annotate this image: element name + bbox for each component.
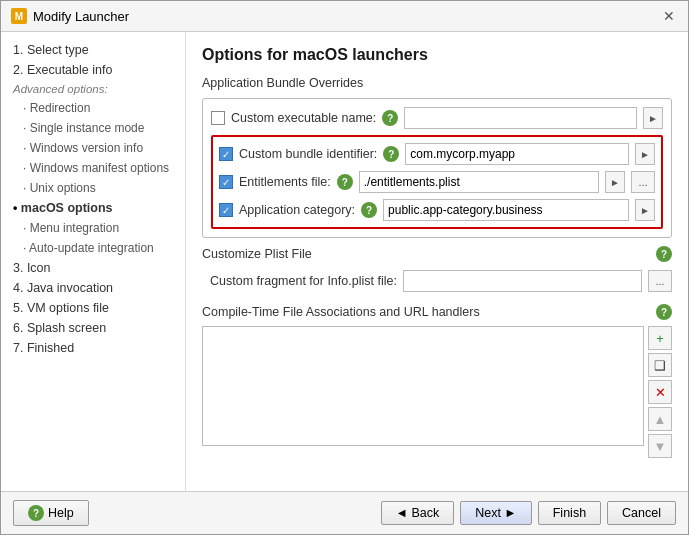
custom-bundle-checkbox[interactable]: ✓ xyxy=(219,147,233,161)
move-down-button[interactable]: ▼ xyxy=(648,434,672,458)
main-content: Options for macOS launchers Application … xyxy=(186,32,688,491)
footer-right: ◄ Back Next ► Finish Cancel xyxy=(381,501,676,525)
app-category-help[interactable]: ? xyxy=(361,202,377,218)
title-bar: M Modify Launcher ✕ xyxy=(1,1,688,32)
custom-bundle-row: ✓ Custom bundle identifier: ? ► xyxy=(219,143,655,165)
compile-section-title: Compile-Time File Associations and URL h… xyxy=(202,305,480,319)
next-button-label: Next ► xyxy=(475,506,517,520)
plist-help[interactable]: ? xyxy=(656,246,672,262)
app-category-arrow[interactable]: ► xyxy=(635,199,655,221)
compile-help[interactable]: ? xyxy=(656,304,672,320)
dialog-icon: M xyxy=(11,8,27,24)
back-button-label: ◄ Back xyxy=(396,506,440,520)
custom-fragment-browse[interactable]: ... xyxy=(648,270,672,292)
custom-executable-checkbox[interactable] xyxy=(211,111,225,125)
sidebar-item-finished[interactable]: 7. Finished xyxy=(1,338,185,358)
sidebar-item-java-invocation[interactable]: 4. Java invocation xyxy=(1,278,185,298)
compile-area: + ❑ ✕ ▲ ▼ xyxy=(202,326,672,458)
app-bundle-section-title: Application Bundle Overrides xyxy=(202,76,672,90)
next-button[interactable]: Next ► xyxy=(460,501,532,525)
footer: ? Help ◄ Back Next ► Finish Cancel xyxy=(1,491,688,534)
plist-title-row: Customize Plist File ? xyxy=(202,246,672,262)
custom-executable-row: Custom executable name: ? ► xyxy=(211,107,663,129)
sidebar: 1. Select type 2. Executable info Advanc… xyxy=(1,32,186,491)
custom-bundle-input[interactable] xyxy=(405,143,629,165)
custom-executable-label: Custom executable name: xyxy=(231,111,376,125)
compile-title-row: Compile-Time File Associations and URL h… xyxy=(202,304,672,320)
app-category-input[interactable] xyxy=(383,199,629,221)
side-buttons: + ❑ ✕ ▲ ▼ xyxy=(648,326,672,458)
footer-left: ? Help xyxy=(13,500,89,526)
custom-bundle-arrow[interactable]: ► xyxy=(635,143,655,165)
app-bundle-overrides-box: Custom executable name: ? ► ✓ Custom bun… xyxy=(202,98,672,238)
app-category-checkbox[interactable]: ✓ xyxy=(219,203,233,217)
app-category-row: ✓ Application category: ? ► xyxy=(219,199,655,221)
custom-bundle-help[interactable]: ? xyxy=(383,146,399,162)
sidebar-item-autoupdate[interactable]: Auto-update integration xyxy=(1,238,185,258)
entitlements-input[interactable] xyxy=(359,171,599,193)
dialog-title: Modify Launcher xyxy=(33,9,129,24)
compile-textarea[interactable] xyxy=(202,326,644,446)
title-bar-left: M Modify Launcher xyxy=(11,8,129,24)
modify-launcher-dialog: M Modify Launcher ✕ 1. Select type 2. Ex… xyxy=(0,0,689,535)
delete-button[interactable]: ✕ xyxy=(648,380,672,404)
custom-executable-help[interactable]: ? xyxy=(382,110,398,126)
entitlements-checkbox[interactable]: ✓ xyxy=(219,175,233,189)
sidebar-item-select-type[interactable]: 1. Select type xyxy=(1,40,185,60)
close-button[interactable]: ✕ xyxy=(660,7,678,25)
back-button[interactable]: ◄ Back xyxy=(381,501,455,525)
help-button[interactable]: ? Help xyxy=(13,500,89,526)
sidebar-item-windows-manifest[interactable]: Windows manifest options xyxy=(1,158,185,178)
custom-fragment-row: Custom fragment for Info.plist file: ... xyxy=(210,270,672,292)
cancel-button-label: Cancel xyxy=(622,506,661,520)
entitlements-label: Entitlements file: xyxy=(239,175,331,189)
help-button-label: Help xyxy=(48,506,74,520)
finish-button[interactable]: Finish xyxy=(538,501,601,525)
custom-fragment-input[interactable] xyxy=(403,270,642,292)
content-area: 1. Select type 2. Executable info Advanc… xyxy=(1,32,688,491)
finish-button-label: Finish xyxy=(553,506,586,520)
sidebar-item-windows-version[interactable]: Windows version info xyxy=(1,138,185,158)
app-category-label: Application category: xyxy=(239,203,355,217)
entitlements-browse[interactable]: ... xyxy=(631,171,655,193)
sidebar-item-unix-options[interactable]: Unix options xyxy=(1,178,185,198)
compile-section: Compile-Time File Associations and URL h… xyxy=(202,304,672,458)
page-title: Options for macOS launchers xyxy=(202,46,672,64)
plist-section: Customize Plist File ? Custom fragment f… xyxy=(202,246,672,292)
custom-executable-input[interactable] xyxy=(404,107,637,129)
entitlements-help[interactable]: ? xyxy=(337,174,353,190)
cancel-button[interactable]: Cancel xyxy=(607,501,676,525)
sidebar-item-macos-options[interactable]: macOS options xyxy=(1,198,185,218)
custom-fragment-label: Custom fragment for Info.plist file: xyxy=(210,274,397,288)
custom-executable-arrow[interactable]: ► xyxy=(643,107,663,129)
custom-bundle-label: Custom bundle identifier: xyxy=(239,147,377,161)
sidebar-item-icon[interactable]: 3. Icon xyxy=(1,258,185,278)
plist-section-title: Customize Plist File xyxy=(202,247,312,261)
entitlements-row: ✓ Entitlements file: ? ► ... xyxy=(219,171,655,193)
sidebar-item-single-instance[interactable]: Single instance mode xyxy=(1,118,185,138)
copy-button[interactable]: ❑ xyxy=(648,353,672,377)
add-button[interactable]: + xyxy=(648,326,672,350)
help-button-icon: ? xyxy=(28,505,44,521)
sidebar-item-splash-screen[interactable]: 6. Splash screen xyxy=(1,318,185,338)
highlighted-fields-box: ✓ Custom bundle identifier: ? ► ✓ Entitl… xyxy=(211,135,663,229)
sidebar-advanced-label: Advanced options: xyxy=(1,80,185,98)
sidebar-item-menu-integration[interactable]: Menu integration xyxy=(1,218,185,238)
entitlements-arrow[interactable]: ► xyxy=(605,171,625,193)
move-up-button[interactable]: ▲ xyxy=(648,407,672,431)
sidebar-item-redirection[interactable]: Redirection xyxy=(1,98,185,118)
sidebar-item-vm-options[interactable]: 5. VM options file xyxy=(1,298,185,318)
sidebar-item-executable-info[interactable]: 2. Executable info xyxy=(1,60,185,80)
